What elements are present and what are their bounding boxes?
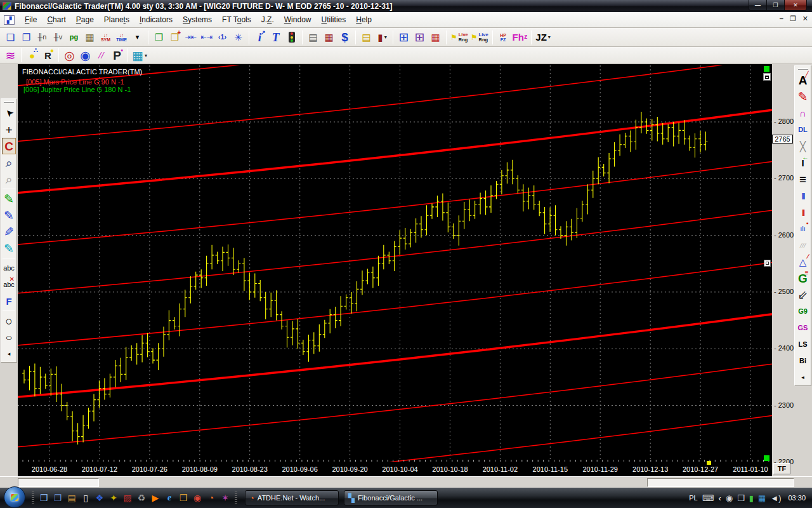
menu-page[interactable]: Page — [71, 13, 99, 26]
chrome-icon[interactable]: ◉ — [190, 490, 204, 505]
text-tool-icon[interactable]: T — [268, 30, 283, 45]
trend-pens-icon[interactable]: ✎ — [796, 88, 810, 105]
expand-bars-icon[interactable]: ⇤⇥ — [199, 30, 214, 45]
time-icon[interactable]: ↓↑TIME — [114, 30, 129, 45]
menu-systems[interactable]: Systems — [178, 13, 217, 26]
display-icon[interactable]: ❒ — [737, 493, 745, 503]
task-button[interactable]: ▚Fibonacci/Galactic ... — [344, 490, 438, 505]
menu-help[interactable]: Help — [351, 13, 377, 26]
security-icon[interactable]: ◉ — [726, 493, 733, 503]
traffic-light-icon[interactable] — [284, 30, 299, 45]
ellipse-tool-icon[interactable]: ○ — [2, 329, 16, 345]
recycle-bin-icon[interactable]: ♻ — [134, 490, 148, 505]
keys-icon[interactable]: ✦ — [107, 490, 121, 505]
candle-tool-icon[interactable]: ▮▾ — [375, 30, 390, 45]
planet-circle-icon[interactable]: ◉ — [78, 48, 93, 63]
child-close-button[interactable]: ✕ — [802, 15, 808, 23]
collapse-tray-icon[interactable]: ‹ — [718, 493, 721, 503]
i-arrow-icon[interactable]: I← — [796, 154, 810, 171]
internet-explorer-icon[interactable]: e — [162, 490, 176, 505]
price-axis[interactable]: 2800270026002500240023002200 2765 TF — [772, 64, 794, 476]
compress-bars-icon[interactable]: ⇥⇤ — [183, 30, 198, 45]
ruler-icon[interactable]: ▤ — [359, 30, 374, 45]
menu-indicators[interactable]: Indicators — [134, 13, 178, 26]
cascade-windows-icon[interactable]: ❒ — [152, 30, 166, 45]
menu-window[interactable]: Window — [279, 13, 317, 26]
dollar-icon[interactable]: $ — [337, 30, 352, 45]
chart-layout-2-icon[interactable]: ⊞ — [412, 30, 427, 45]
restore-button[interactable]: ❐ — [767, 0, 785, 10]
triangle-icon[interactable]: △∕ — [796, 253, 810, 270]
vertical-lines-red-icon[interactable]: |||| — [796, 204, 810, 220]
gs-icon[interactable]: GS — [796, 319, 810, 336]
menu-ft-tools[interactable]: FT Tools — [217, 13, 256, 26]
symbol-icon[interactable]: ↓↑SYM — [98, 30, 113, 45]
intraday-bars-n-icon[interactable]: ╫n — [35, 30, 49, 45]
pen-green-icon[interactable]: ✎ — [2, 190, 16, 207]
magnet-snap-icon[interactable]: C — [2, 138, 16, 154]
volume-icon[interactable]: ◄) — [770, 493, 781, 503]
window-switcher-icon[interactable]: ❐ — [51, 490, 65, 505]
collapse-left-icon[interactable]: ◂ — [2, 345, 16, 362]
open-chart-icon[interactable]: ❐ — [19, 30, 34, 45]
live-range-red-icon[interactable]: ⚑LiveRng — [450, 30, 469, 45]
close-button[interactable]: ✕ — [785, 0, 806, 10]
colored-grid-icon[interactable]: ▦ — [428, 30, 443, 45]
zoom-page-icon[interactable]: ⌕ — [2, 154, 16, 171]
toolbar-grip[interactable] — [4, 101, 14, 103]
arcs-icon[interactable]: ∩ — [796, 105, 810, 121]
crossed-lines-icon[interactable]: ╳ — [796, 138, 810, 154]
add-window-icon[interactable]: ❒+ — [167, 30, 182, 45]
chart-area[interactable]: FIBONACCI/GALACTIC TRADER(TM) [005] Mars… — [18, 64, 772, 476]
fan-arrows-icon[interactable]: ⇙ — [796, 286, 810, 303]
quick-launch-grip[interactable] — [32, 491, 34, 504]
intraday-bars-v-icon[interactable]: ╫v — [51, 30, 65, 45]
messenger-icon[interactable]: ❖ — [93, 490, 107, 505]
ms-app-icon[interactable]: ▨ — [121, 490, 134, 505]
wave-lines-icon[interactable]: ≋ — [3, 48, 18, 63]
task-button[interactable]: ◔ATDHE.Net - Watch... — [245, 490, 339, 505]
collapse-left-icon[interactable]: ◂ — [796, 369, 810, 385]
hp-fz-icon[interactable]: HPFZ — [496, 30, 511, 45]
window-grid-icon[interactable]: ▦ — [82, 30, 97, 45]
keyboard-icon[interactable]: ⌨ — [702, 493, 714, 503]
battery-icon[interactable]: ▮ — [749, 493, 754, 503]
child-restore-button[interactable]: ❐ — [790, 15, 796, 23]
pointer-icon[interactable]: ➤ — [2, 105, 16, 121]
horizontal-lines-icon[interactable]: ≡ — [796, 171, 810, 187]
diagonal-lines-icon[interactable]: /// — [796, 237, 810, 253]
chart-layout-icon[interactable]: ⊞ — [396, 30, 411, 45]
text-delete-icon[interactable]: abc✕ — [2, 276, 16, 293]
start-button[interactable] — [4, 486, 25, 508]
timeframe-button[interactable]: TF — [773, 463, 790, 474]
language-indicator[interactable]: PL — [689, 494, 697, 502]
vertical-lines-blue-icon[interactable]: ||||| — [796, 187, 810, 204]
grid-table-icon[interactable]: ▦▾ — [131, 48, 148, 63]
dropdown-arrow-icon[interactable]: ▾ — [130, 30, 145, 45]
minimize-button[interactable]: — — [749, 0, 767, 10]
info-pointer-icon[interactable]: i↗ — [252, 30, 267, 45]
snowflake-icon[interactable]: ✳ — [231, 30, 246, 45]
menu-chart[interactable]: Chart — [42, 13, 70, 26]
angle-trend-icon[interactable]: A╱ — [796, 72, 810, 88]
print-icon[interactable]: ▤ — [306, 30, 320, 45]
calendar-icon[interactable]: ▦ — [322, 30, 336, 45]
planet-dot-icon[interactable]: ●∴ — [25, 48, 39, 63]
menu-planets[interactable]: Planets — [99, 13, 134, 26]
live-range-blue-icon[interactable]: ⚑LiveRng — [470, 30, 489, 45]
fhz-icon[interactable]: Fhᶻ — [512, 30, 528, 45]
text-abc-icon[interactable]: abc — [2, 260, 16, 276]
gann-lines-icon[interactable]: G≡ — [796, 270, 810, 286]
child-minimize-button[interactable]: – — [780, 15, 783, 23]
ls-icon[interactable]: LS — [796, 336, 810, 352]
axis-marker[interactable] — [764, 260, 771, 267]
taskbar-clock[interactable]: 03:30 — [788, 494, 806, 502]
pen-blue-icon[interactable]: ✎ — [2, 207, 16, 224]
zoom-page-disabled-icon[interactable]: ⌕ — [2, 171, 16, 187]
p-planet-icon[interactable]: P• — [110, 48, 124, 63]
g9-icon[interactable]: G9 — [796, 303, 810, 319]
circle-tool-icon[interactable]: ○ — [2, 312, 16, 329]
page-icon[interactable]: pg — [67, 30, 81, 45]
retrograde-icon[interactable]: R● — [41, 48, 55, 63]
pinwheel-icon[interactable]: ✶ — [218, 490, 232, 505]
